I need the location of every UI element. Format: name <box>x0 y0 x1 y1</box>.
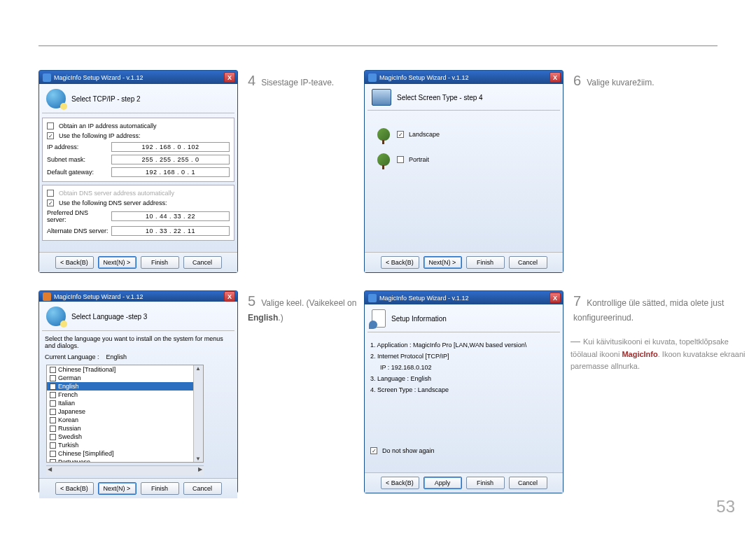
list-item[interactable]: Chinese [Traditional] <box>47 365 203 374</box>
step-title: Select Language -step 3 <box>71 313 147 321</box>
radio-portrait[interactable] <box>397 156 404 163</box>
step-header: Select TCP/IP - step 2 <box>42 87 234 113</box>
dns2-field[interactable]: 10 . 33 . 22 . 11 <box>111 226 230 236</box>
step-title: Setup Information <box>391 315 447 323</box>
back-button[interactable]: < Back(B) <box>55 256 94 269</box>
button-bar: < Back(B) Apply Finish Cancel <box>365 472 563 493</box>
finish-button[interactable]: Finish <box>466 477 505 489</box>
subnet-mask-field[interactable]: 255 . 255 . 255 . 0 <box>111 155 230 164</box>
step6-caption: 6Valige kuvarežiim. <box>570 70 752 273</box>
back-button[interactable]: < Back(B) <box>381 256 419 269</box>
list-item-label: Turkish <box>58 442 78 449</box>
close-icon[interactable]: X <box>224 291 235 302</box>
summary-row: 3. Language : English <box>370 373 560 384</box>
cancel-button[interactable]: Cancel <box>183 482 222 495</box>
step-header: Setup Information <box>368 307 560 332</box>
summary-row: 1. Application : MagicInfo Pro [LAN,WAN … <box>370 339 560 351</box>
close-icon[interactable]: X <box>550 293 561 303</box>
language-list[interactable]: Chinese [Traditional]GermanEnglishFrench… <box>46 365 204 463</box>
wizard-step7: MagicInfo Setup Wizard - v.1.12 X Setup … <box>364 290 564 493</box>
step-title: Select Screen Type - step 4 <box>397 94 483 101</box>
cancel-button[interactable]: Cancel <box>509 256 547 269</box>
titlebar: MagicInfo Setup Wizard - v.1.12 X <box>39 71 237 84</box>
list-item-label: Japanese <box>58 408 85 415</box>
app-icon <box>368 294 377 302</box>
checkbox-dontshow[interactable] <box>370 447 377 454</box>
checkbox-icon <box>50 400 56 407</box>
horizontal-rule <box>38 45 718 46</box>
button-bar: < Back(B) Next(N) > Finish Cancel <box>365 252 563 272</box>
gateway-field[interactable]: 192 . 168 . 0 . 1 <box>111 167 230 177</box>
list-item[interactable]: Chinese [Simplified] <box>47 449 203 458</box>
back-button[interactable]: < Back(B) <box>381 477 419 489</box>
next-button[interactable]: Next(N) > <box>98 256 136 269</box>
checkbox-icon <box>50 426 56 432</box>
close-icon[interactable]: X <box>224 72 235 83</box>
back-button[interactable]: < Back(B) <box>55 482 94 495</box>
list-item[interactable]: Japanese <box>47 407 203 416</box>
current-language-value: English <box>106 353 127 360</box>
step-number: 4 <box>248 73 255 88</box>
apply-button[interactable]: Apply <box>424 477 462 489</box>
finish-button[interactable]: Finish <box>141 256 179 269</box>
dialog-body: Select Language -step 3 Select the langu… <box>39 302 237 478</box>
step4-caption: 4Sisestage IP-teave. <box>245 70 357 273</box>
list-item-label: Korean <box>58 416 78 423</box>
step-header: Select Language -step 3 <box>42 304 234 331</box>
summary-row: 2. Internet Protocol [TCP/IP] <box>370 351 560 362</box>
step-title: Select TCP/IP - step 2 <box>71 95 141 103</box>
next-button[interactable]: Next(N) > <box>424 256 462 269</box>
label: Obtain DNS server address automatically <box>59 190 174 197</box>
list-item-label: Chinese [Traditional] <box>58 366 115 373</box>
list-item[interactable]: Portuguese <box>47 458 203 463</box>
step-number: 5 <box>248 293 255 309</box>
titlebar: MagicInfo Setup Wizard - v.1.12 X <box>39 291 237 302</box>
checkbox-icon <box>50 367 56 373</box>
dialog-body: Select TCP/IP - step 2 Obtain an IP addr… <box>39 84 237 252</box>
finish-button[interactable]: Finish <box>466 256 505 269</box>
radio-landscape[interactable] <box>397 131 404 138</box>
dns1-field[interactable]: 10 . 44 . 33 . 22 <box>111 211 230 221</box>
radio-obtain-auto[interactable] <box>47 122 54 129</box>
radio-dns-manual[interactable] <box>47 199 54 206</box>
list-item[interactable]: French <box>47 391 203 399</box>
list-item[interactable]: Italian <box>47 399 203 407</box>
list-item[interactable]: Swedish <box>47 433 203 441</box>
checkbox-icon <box>50 375 56 381</box>
radio-dns-auto <box>47 190 54 197</box>
globe-icon <box>46 307 66 326</box>
label: Alternate DNS server: <box>47 227 108 234</box>
app-icon <box>43 73 51 82</box>
list-item-label: Swedish <box>58 433 82 440</box>
list-item[interactable]: Russian <box>47 424 203 433</box>
list-item[interactable]: Korean <box>47 416 203 424</box>
checkbox-icon <box>50 384 56 390</box>
list-item[interactable]: Turkish <box>47 441 203 449</box>
window-title: MagicInfo Setup Wizard - v.1.12 <box>54 293 221 300</box>
caption-text: Valige keel. (Vaikekeel on <box>261 298 356 308</box>
scrollbar-vertical[interactable] <box>193 365 203 462</box>
list-item-label: Chinese [Simplified] <box>58 450 114 457</box>
label: Do not show again <box>382 447 435 454</box>
ip-address-field[interactable]: 192 . 168 . 0 . 102 <box>111 142 230 152</box>
radio-use-following[interactable] <box>47 132 54 139</box>
checkbox-icon <box>50 417 56 423</box>
label: Obtain an IP address automatically <box>59 122 156 129</box>
globe-icon <box>46 89 66 108</box>
cancel-button[interactable]: Cancel <box>509 477 547 489</box>
summary-row: IP : 192.168.0.102 <box>370 362 560 373</box>
close-icon[interactable]: X <box>550 72 561 83</box>
list-item[interactable]: German <box>47 374 203 382</box>
monitor-icon <box>372 89 391 106</box>
wizard-step4: MagicInfo Setup Wizard - v.1.12 X Select… <box>38 70 238 273</box>
step-number: 6 <box>573 73 581 88</box>
list-item[interactable]: English <box>47 382 203 391</box>
cancel-button[interactable]: Cancel <box>183 256 222 269</box>
finish-button[interactable]: Finish <box>141 482 179 495</box>
dialog-body: Select Screen Type - step 4 Landscape Po… <box>365 84 563 252</box>
button-bar: < Back(B) Next(N) > Finish Cancel <box>39 478 237 498</box>
next-button[interactable]: Next(N) > <box>98 482 136 495</box>
scrollbar-horizontal[interactable] <box>46 465 204 475</box>
window-title: MagicInfo Setup Wizard - v.1.12 <box>379 295 547 302</box>
caption-text: Kontrollige üle sätted, mida olete just … <box>573 298 724 323</box>
